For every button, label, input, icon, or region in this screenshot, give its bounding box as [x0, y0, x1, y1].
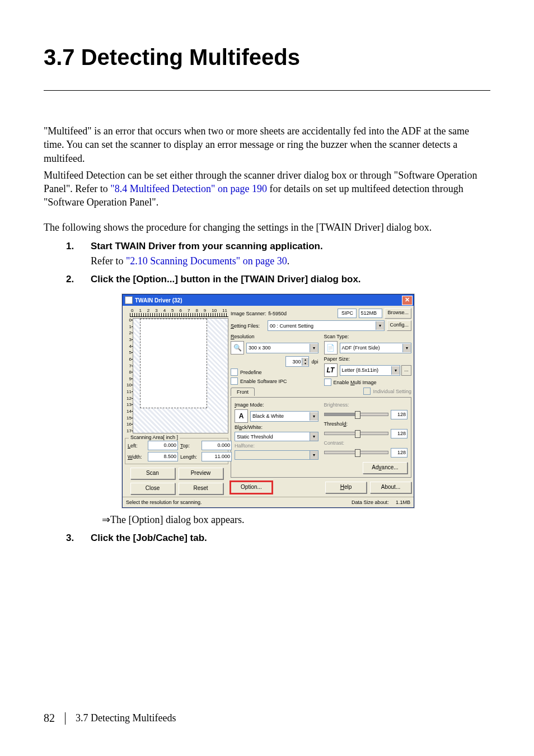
resolution-label: Resolution	[231, 334, 318, 339]
left-label: Left:	[128, 443, 146, 449]
step-1: 1. Start TWAIN Driver from your scanning…	[66, 241, 490, 267]
close-icon[interactable]: ✕	[402, 296, 413, 305]
step-3: 3. Click the [Job/Cache] tab.	[66, 533, 490, 547]
page-number: 82	[44, 712, 55, 725]
brightness-label: Brightness:	[324, 402, 408, 408]
halftone-select: ▾	[235, 450, 318, 460]
spin-down-icon[interactable]: ▾	[302, 362, 308, 366]
scan-type-icon: 📄	[324, 341, 338, 354]
chevron-down-icon: ▾	[310, 344, 318, 352]
advance-button[interactable]: Advance...	[363, 462, 407, 474]
image-mode-value: Black & White	[252, 413, 284, 419]
reset-button[interactable]: Reset	[179, 483, 223, 494]
resolution-icon: 🔍	[231, 341, 244, 354]
sipc-display: SIPC	[338, 309, 357, 318]
image-mode-icon: A	[235, 409, 248, 423]
chevron-down-icon: ▾	[310, 432, 318, 441]
brightness-value: 128	[391, 410, 407, 419]
chevron-down-icon: ▾	[391, 366, 400, 375]
resolution-value: 300 x 300	[249, 345, 271, 351]
threshold-label: Threshold:	[324, 421, 408, 427]
data-size-label: Data Size about:	[352, 500, 389, 505]
step1-ref-before: Refer to	[91, 255, 126, 267]
tab-front[interactable]: Front	[231, 388, 255, 396]
scan-type-label: Scan Type:	[324, 334, 412, 339]
step-2: 2. Click the [Option...] button in the […	[66, 274, 490, 288]
left-input[interactable]: 0.000	[148, 441, 178, 450]
close-button[interactable]: Close	[130, 483, 175, 494]
length-input[interactable]: 11.000	[202, 452, 232, 461]
width-label: Width:	[128, 454, 146, 460]
xref-scanning-documents[interactable]: "2.10 Scanning Documents" on page 30	[126, 255, 287, 267]
paper-size-select[interactable]: Letter (8.5x11in) ▾	[340, 365, 401, 376]
length-label: Length:	[180, 454, 199, 460]
width-input[interactable]: 8.500	[148, 452, 178, 461]
scan-button[interactable]: Scan	[130, 468, 175, 479]
enable-multi-image-checkbox[interactable]: Enable Multi Image	[324, 379, 412, 386]
threshold-slider[interactable]	[324, 432, 389, 435]
intro-paragraph-3: The following shows the procedure for ch…	[44, 221, 490, 234]
scanning-area-group: Scanning Area[ inch ] Left: 0.000 Top: 0…	[125, 438, 228, 464]
step-1-title: Start TWAIN Driver from your scanning ap…	[91, 241, 490, 252]
ruler-horizontal: 01234567891011	[125, 308, 228, 317]
preview-page-outline	[140, 319, 207, 408]
footer-divider	[65, 712, 65, 725]
step-3-title: Click the [Job/Cache] tab.	[91, 533, 490, 544]
step-2-number: 2.	[66, 274, 91, 288]
paper-size-more-button[interactable]: ...	[401, 365, 411, 376]
xref-multifeed-detection[interactable]: "8.4 Multifeed Detection" on page 190	[110, 183, 267, 194]
resolution-select[interactable]: 300 x 300 ▾	[246, 343, 318, 353]
black-white-select[interactable]: Static Threshold ▾	[235, 432, 318, 441]
spin-up-icon[interactable]: ▴	[302, 358, 308, 362]
twain-driver-window: TWAIN Driver (32) ✕ 01234567891011 01234…	[122, 294, 414, 508]
image-mode-label: Image Mode:	[235, 402, 318, 408]
paper-size-icon: LT	[324, 363, 338, 377]
step-1-number: 1.	[66, 241, 91, 267]
step-2-result: ⇒The [Option] dialog box appears.	[102, 514, 490, 526]
window-title: TWAIN Driver (32)	[135, 297, 182, 304]
data-size-value: 1.1MB	[396, 500, 410, 505]
page-footer: 82 3.7 Detecting Multifeeds	[44, 712, 176, 725]
contrast-slider	[324, 451, 389, 454]
status-message: Select the resolution for scanning.	[126, 500, 202, 505]
preview-button[interactable]: Preview	[179, 468, 223, 479]
config-button[interactable]: Config...	[387, 320, 411, 331]
help-button[interactable]: Help	[325, 482, 367, 493]
paper-size-value: Letter (8.5x11in)	[342, 367, 379, 373]
result-arrow-icon: ⇒	[102, 514, 110, 525]
result-text: The [Option] dialog box appears.	[110, 514, 244, 525]
intro-paragraph-1: "Multifeed" is an error that occurs when…	[44, 124, 490, 165]
step-3-number: 3.	[66, 533, 91, 547]
setting-files-value: 00 : Current Setting	[270, 323, 313, 329]
paper-size-label: Paper Size:	[324, 356, 412, 362]
threshold-value[interactable]: 128	[391, 429, 407, 438]
chevron-down-icon: ▾	[402, 344, 411, 352]
enable-software-ipc-checkbox[interactable]: Enable Software IPC	[231, 377, 318, 385]
image-mode-select[interactable]: Black & White ▾	[250, 411, 318, 422]
browse-button[interactable]: Browse...	[385, 308, 411, 319]
dpi-spinner[interactable]: 300 ▴▾	[285, 356, 309, 367]
predefine-checkbox[interactable]: Predefine	[231, 368, 318, 376]
dpi-unit: dpi	[311, 359, 318, 365]
top-input[interactable]: 0.000	[202, 441, 232, 450]
page-heading: 3.7 Detecting Multifeeds	[44, 45, 490, 70]
contrast-label: Contrast:	[324, 440, 408, 446]
memory-display: 512MB	[359, 309, 382, 318]
ruler-vertical: 01234567891011121314151617	[125, 318, 132, 433]
black-white-value: Static Threshold	[237, 434, 273, 440]
scan-type-select[interactable]: ADF (Front Side) ▾	[340, 343, 412, 353]
chevron-down-icon: ▾	[376, 321, 384, 330]
app-icon	[125, 296, 133, 304]
titlebar: TWAIN Driver (32) ✕	[123, 295, 414, 306]
option-button[interactable]: Option...	[231, 482, 272, 493]
status-bar: Select the resolution for scanning. Data…	[123, 497, 414, 507]
setting-files-label: Setting Files:	[231, 323, 265, 329]
preview-area[interactable]	[133, 318, 228, 433]
footer-section-title: 3.7 Detecting Multifeeds	[76, 712, 176, 724]
setting-files-select[interactable]: 00 : Current Setting ▾	[268, 320, 385, 331]
halftone-label: Halftone:	[235, 443, 318, 449]
chevron-down-icon: ▾	[310, 451, 318, 459]
heading-rule	[44, 90, 490, 91]
scan-type-value: ADF (Front Side)	[342, 345, 380, 351]
about-button[interactable]: About...	[370, 482, 411, 493]
